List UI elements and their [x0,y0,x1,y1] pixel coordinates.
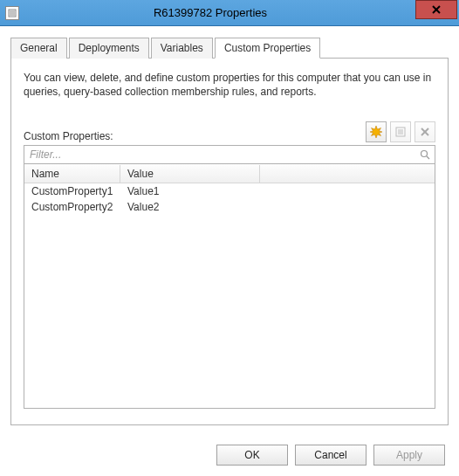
search-icon[interactable] [415,149,435,160]
tab-strip: General Deployments Variables Custom Pro… [10,37,449,59]
svg-line-14 [427,156,429,159]
description-text: You can view, delete, and define custom … [24,71,435,99]
delete-x-icon [419,126,431,138]
cell-name: CustomProperty1 [24,184,120,198]
window-title: R61399782 Properties [5,6,415,19]
tab-panel-custom-properties: You can view, delete, and define custom … [10,59,449,425]
listview-header: Name Value [24,164,435,183]
cancel-button[interactable]: Cancel [295,445,367,466]
close-button[interactable] [415,0,457,19]
edit-property-button[interactable] [390,121,411,142]
filter-input[interactable] [24,147,415,162]
ok-button[interactable]: OK [216,445,288,466]
properties-listview[interactable]: Name Value CustomProperty1 Value1 Custom… [24,164,435,409]
cell-name: CustomProperty2 [24,200,120,214]
cell-value: Value1 [120,184,260,198]
tab-variables[interactable]: Variables [151,38,213,59]
tab-general[interactable]: General [10,38,67,59]
filter-box [24,145,435,164]
svg-marker-6 [370,126,382,138]
tab-custom-properties[interactable]: Custom Properties [215,38,320,59]
new-property-button[interactable] [366,121,387,142]
title-bar: R61399782 Properties [0,0,459,26]
apply-button[interactable]: Apply [373,445,445,466]
tab-deployments[interactable]: Deployments [69,38,149,59]
delete-property-button[interactable] [414,121,435,142]
cell-value: Value2 [120,200,260,214]
svg-point-13 [421,151,428,157]
starburst-icon [370,126,382,138]
table-row[interactable]: CustomProperty1 Value1 [24,183,435,199]
properties-icon [394,126,407,138]
column-header-value[interactable]: Value [120,165,260,183]
column-header-name[interactable]: Name [24,165,120,183]
column-header-spacer [260,171,435,176]
table-row[interactable]: CustomProperty2 Value2 [24,199,435,215]
dialog-buttons: OK Cancel Apply [216,445,445,466]
custom-properties-label: Custom Properties: [24,130,113,142]
